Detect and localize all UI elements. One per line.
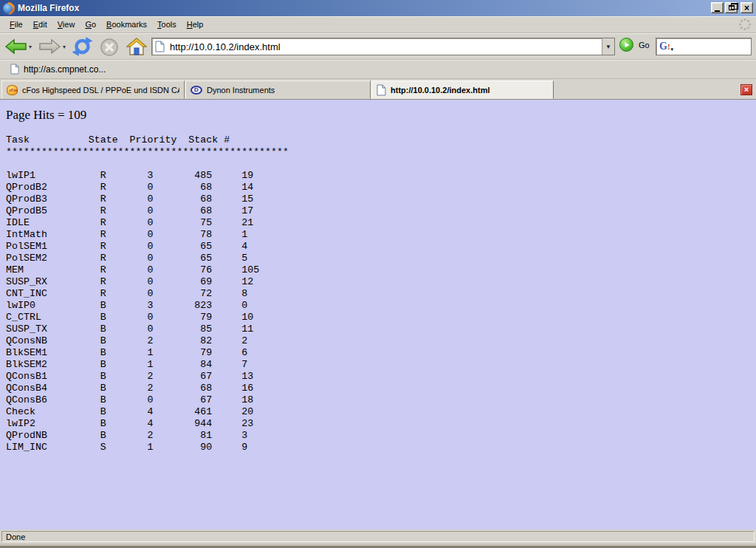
search-input[interactable] xyxy=(673,41,756,52)
google-search-icon: G! xyxy=(659,41,670,52)
page-icon xyxy=(377,84,386,96)
home-icon xyxy=(126,37,147,56)
back-dropdown-icon[interactable]: ▾ xyxy=(29,44,32,50)
forward-arrow-icon xyxy=(38,38,61,55)
go-arrow-icon: ▶ xyxy=(625,41,629,48)
tab-cfos[interactable]: cFos Highspeed DSL / PPPoE und ISDN CAP.… xyxy=(1,81,185,99)
url-dropdown-button[interactable]: ▼ xyxy=(602,38,614,55)
minimize-icon xyxy=(715,10,720,12)
reload-icon xyxy=(72,36,93,57)
menu-view[interactable]: View xyxy=(52,18,80,31)
stop-button[interactable] xyxy=(100,38,119,57)
restore-icon xyxy=(729,5,735,10)
go-button-label[interactable]: Go xyxy=(639,41,650,49)
bookmark-item[interactable]: http://as.cmpnet.co... xyxy=(7,62,109,76)
minimize-button[interactable] xyxy=(711,2,724,13)
menu-edit[interactable]: Edit xyxy=(28,18,52,31)
reload-button[interactable] xyxy=(72,36,93,57)
bookmark-label: http://as.cmpnet.co... xyxy=(24,64,106,75)
stop-icon xyxy=(100,38,119,57)
tab-dynon[interactable]: D Dynon Instruments xyxy=(185,81,371,99)
firefox-logo-icon xyxy=(3,3,14,14)
page-icon xyxy=(10,64,19,75)
tab-label: Dynon Instruments xyxy=(207,86,275,95)
close-tab-button[interactable]: × xyxy=(740,84,752,95)
url-bar: ▼ xyxy=(151,38,615,55)
task-table: Task State Priority Stack # ************… xyxy=(6,134,289,453)
tab-label: cFos Highspeed DSL / PPPoE und ISDN CAP.… xyxy=(22,86,179,95)
menu-tools[interactable]: Tools xyxy=(152,18,182,31)
url-dropdown-icon: ▼ xyxy=(605,44,611,50)
menu-file[interactable]: File xyxy=(4,18,28,31)
throbber-icon xyxy=(738,18,752,31)
search-box: G! ▾ xyxy=(656,38,752,55)
tab-bar: cFos Highspeed DSL / PPPoE und ISDN CAP.… xyxy=(0,79,756,100)
window-title: Mozilla Firefox xyxy=(18,3,79,13)
page-hits-text: Page Hits = 109 xyxy=(6,108,86,123)
dynon-icon: D xyxy=(190,86,202,95)
browser-content-area: Page Hits = 109 Task State Priority Stac… xyxy=(0,100,756,530)
status-bar: Done xyxy=(0,530,756,544)
page-icon xyxy=(155,41,165,52)
menu-bookmarks[interactable]: Bookmarks xyxy=(101,18,152,31)
bookmarks-toolbar: http://as.cmpnet.co... xyxy=(0,60,756,79)
tab-active-index-page[interactable]: http://10.0.10.2/index.html xyxy=(371,81,554,99)
navigation-toolbar: ▾ ▾ ▼ xyxy=(0,33,756,60)
menu-bar: File Edit View Go Bookmarks Tools Help xyxy=(0,16,756,33)
forward-dropdown-icon[interactable]: ▾ xyxy=(63,44,66,50)
home-button[interactable] xyxy=(126,37,147,56)
menu-go[interactable]: Go xyxy=(80,18,101,31)
cfos-icon xyxy=(7,85,18,95)
url-input[interactable] xyxy=(170,41,602,52)
close-button[interactable]: × xyxy=(740,2,753,13)
window-bottom-border xyxy=(0,544,756,548)
title-bar: Mozilla Firefox × xyxy=(0,0,756,16)
menu-help[interactable]: Help xyxy=(182,18,209,31)
close-tab-icon: × xyxy=(744,85,749,94)
go-button[interactable]: ▶ xyxy=(619,38,633,52)
back-button[interactable] xyxy=(4,38,27,55)
back-arrow-icon xyxy=(4,38,27,55)
forward-button[interactable] xyxy=(38,38,61,55)
close-icon: × xyxy=(744,4,749,13)
status-text: Done xyxy=(6,532,25,541)
tab-label: http://10.0.10.2/index.html xyxy=(391,86,489,95)
restore-button[interactable] xyxy=(725,2,738,13)
